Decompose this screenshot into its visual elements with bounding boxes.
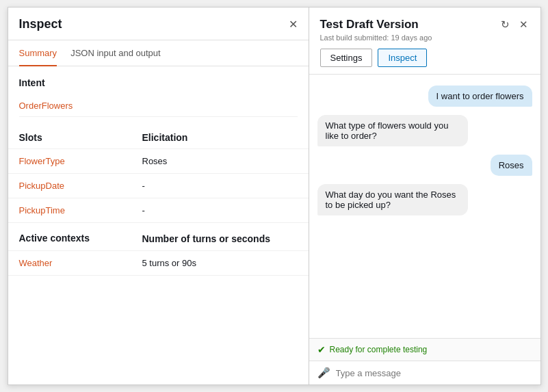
intent-heading: Intent — [19, 77, 298, 88]
right-title-row: Test Draft Version ↻ ✕ — [320, 17, 530, 32]
left-content: Intent OrderFlowers Slots Elicitation Fl… — [8, 66, 309, 384]
left-header: Inspect ✕ — [8, 8, 309, 40]
inspect-tab-button[interactable]: Inspect — [378, 49, 427, 67]
status-bar: ✔ Ready for complete testing — [309, 338, 540, 361]
context-value-weather: 5 turns or 90s — [142, 258, 197, 268]
left-tabs: Summary JSON input and output — [8, 40, 309, 66]
tab-summary[interactable]: Summary — [19, 41, 57, 66]
last-build-subtitle: Last build submitted: 19 days ago — [320, 34, 530, 42]
intent-section: Intent OrderFlowers — [8, 66, 309, 122]
slot-row-pickuptime: PickupTime - — [8, 198, 309, 223]
right-header: Test Draft Version ↻ ✕ Last build submit… — [309, 8, 540, 75]
contexts-col2-label: Number of turns or seconds — [142, 233, 270, 245]
settings-tab-button[interactable]: Settings — [320, 49, 373, 67]
right-tabs: Settings Inspect — [320, 49, 530, 74]
inspect-title: Inspect — [19, 17, 62, 40]
panel-close-button[interactable]: ✕ — [518, 17, 530, 32]
contexts-header: Active contexts Number of turns or secon… — [8, 223, 309, 251]
status-icon: ✔ — [317, 344, 326, 355]
chat-bubble-2: Roses — [491, 155, 532, 176]
slots-col1-label: Slots — [19, 132, 142, 143]
slot-row-pickupdate: PickupDate - — [8, 174, 309, 198]
mic-icon: 🎤 — [317, 367, 330, 379]
intent-value: OrderFlowers — [19, 95, 298, 117]
chat-bubble-0: I want to order flowers — [428, 86, 532, 107]
slot-elicitation-flowertype: Roses — [142, 156, 168, 166]
context-row-weather: Weather 5 turns or 90s — [8, 251, 309, 276]
chat-bubble-3: What day do you want the Roses to be pic… — [317, 184, 468, 215]
test-panel-title: Test Draft Version — [320, 18, 419, 31]
message-input[interactable] — [336, 368, 532, 378]
slots-col2-label: Elicitation — [142, 132, 188, 143]
slot-name-pickupdate: PickupDate — [19, 181, 142, 191]
close-button[interactable]: ✕ — [289, 18, 298, 39]
context-name-weather: Weather — [19, 258, 142, 268]
slots-header: Slots Elicitation — [8, 122, 309, 149]
test-panel: Test Draft Version ↻ ✕ Last build submit… — [309, 8, 540, 384]
refresh-button[interactable]: ↻ — [499, 17, 511, 32]
tab-json[interactable]: JSON input and output — [70, 41, 161, 66]
right-title-icons: ↻ ✕ — [499, 17, 530, 32]
slot-name-flowertype: FlowerType — [19, 156, 142, 166]
chat-area: I want to order flowers What type of flo… — [309, 75, 540, 338]
inspect-panel: Inspect ✕ Summary JSON input and output … — [8, 8, 309, 384]
slot-name-pickuptime: PickupTime — [19, 205, 142, 215]
slot-elicitation-pickupdate: - — [142, 181, 145, 191]
message-input-row: 🎤 — [309, 361, 540, 384]
slot-row-flowertype: FlowerType Roses — [8, 149, 309, 174]
status-text: Ready for complete testing — [330, 345, 428, 354]
chat-bubble-1: What type of flowers would you like to o… — [317, 115, 468, 146]
contexts-col1-label: Active contexts — [19, 233, 142, 245]
slot-elicitation-pickuptime: - — [142, 205, 145, 215]
